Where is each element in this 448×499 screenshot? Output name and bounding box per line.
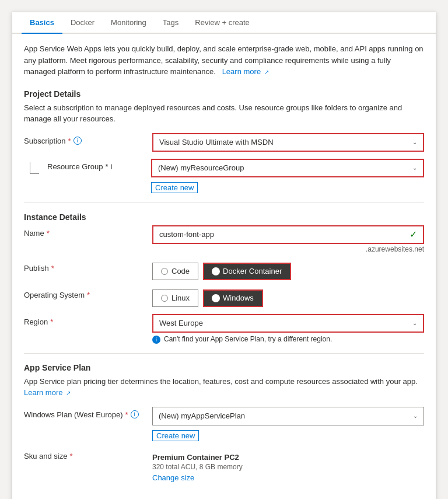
- region-info-text: Can't find your App Service Plan, try a …: [164, 335, 332, 343]
- windows-plan-control: (New) myAppServicePlan ⌄ Create new: [152, 407, 424, 441]
- subscription-control: Visual Studio Ultimate with MSDN ⌄: [152, 133, 424, 152]
- sku-box: Premium Container PC2 320 total ACU, 8 G…: [152, 448, 424, 487]
- tab-bar: Basics Docker Monitoring Tags Review + c…: [12, 12, 436, 34]
- os-linux-label: Linux: [172, 294, 190, 302]
- rg-info-icon[interactable]: i: [110, 162, 112, 171]
- instance-details-section: Instance Details Name * custom-font-app …: [24, 212, 424, 344]
- learn-more-asp-link[interactable]: Learn more ↗: [24, 388, 71, 397]
- app-service-plan-section: App Service Plan App Service plan pricin…: [24, 363, 424, 487]
- publish-code-label: Code: [172, 267, 190, 275]
- os-windows-circle: [212, 295, 219, 302]
- publish-radio-group: Code Docker Container: [152, 260, 424, 280]
- os-radio-group: Linux Windows: [152, 287, 424, 307]
- publish-docker-option[interactable]: Docker Container: [203, 263, 291, 280]
- publish-required: *: [51, 264, 54, 273]
- subscription-row: Subscription * i Visual Studio Ultimate …: [24, 133, 424, 152]
- publish-code-circle: [161, 268, 168, 275]
- resource-group-label: Resource Group * i: [47, 159, 151, 171]
- os-linux-option[interactable]: Linux: [152, 289, 198, 307]
- subscription-info-icon[interactable]: i: [74, 137, 82, 145]
- sku-row: Sku and size * Premium Container PC2 320…: [24, 448, 424, 487]
- subscription-label: Subscription * i: [24, 133, 152, 145]
- tab-monitoring[interactable]: Monitoring: [103, 12, 155, 34]
- main-content: App Service Web Apps lets you quickly bu…: [12, 34, 436, 499]
- wp-required: *: [125, 410, 128, 419]
- sku-details: 320 total ACU, 8 GB memory: [152, 463, 424, 471]
- name-label: Name *: [24, 225, 152, 238]
- project-details-section: Project Details Select a subscription to…: [24, 89, 424, 193]
- sku-label: Sku and size *: [24, 448, 152, 460]
- resource-indent: [24, 159, 47, 174]
- name-check-icon: ✓: [410, 229, 417, 240]
- region-required: *: [50, 317, 53, 326]
- asp-title: App Service Plan: [24, 363, 424, 372]
- os-control: Linux Windows: [152, 287, 424, 307]
- app-create-window: Basics Docker Monitoring Tags Review + c…: [12, 12, 436, 499]
- create-new-rg-link[interactable]: Create new: [151, 182, 198, 193]
- publish-docker-circle: [212, 268, 219, 275]
- region-chevron-icon: ⌄: [412, 320, 417, 326]
- learn-more-link-top[interactable]: Learn more ↗: [220, 67, 269, 76]
- rg-required: *: [105, 162, 108, 171]
- os-required: *: [87, 291, 90, 299]
- name-required: *: [47, 229, 50, 238]
- sku-required: *: [69, 452, 72, 460]
- rg-chevron-icon: ⌄: [412, 165, 417, 171]
- asp-desc: App Service plan pricing tier determines…: [24, 376, 424, 399]
- region-info-bubble-icon: i: [152, 336, 160, 344]
- os-label: Operating System *: [24, 287, 152, 299]
- tab-tags[interactable]: Tags: [155, 12, 187, 34]
- instance-details-title: Instance Details: [24, 212, 424, 222]
- sku-name: Premium Container PC2: [152, 453, 424, 462]
- os-windows-option[interactable]: Windows: [203, 289, 263, 307]
- name-input[interactable]: custom-font-app ✓: [152, 225, 424, 244]
- windows-plan-row: Windows Plan (West Europe) * i (New) myA…: [24, 407, 424, 441]
- tab-basics[interactable]: Basics: [22, 12, 62, 34]
- publish-docker-label: Docker Container: [223, 267, 282, 275]
- create-new-plan-link[interactable]: Create new: [152, 430, 199, 441]
- region-dropdown[interactable]: West Europe ⌄: [152, 314, 424, 333]
- publish-row: Publish * Code Docker Container: [24, 260, 424, 280]
- resource-group-control: (New) myResourceGroup ⌄ Create new: [151, 159, 424, 193]
- external-link-icon-top: ↗: [264, 69, 269, 75]
- region-row: Region * West Europe ⌄ i Can't find your…: [24, 314, 424, 344]
- os-linux-circle: [161, 295, 168, 302]
- wp-info-icon[interactable]: i: [131, 410, 139, 418]
- region-info-message: i Can't find your App Service Plan, try …: [152, 335, 424, 344]
- subscription-chevron-icon: ⌄: [412, 139, 417, 145]
- wp-chevron-icon: ⌄: [413, 413, 418, 419]
- subscription-required: *: [68, 137, 71, 145]
- resource-group-dropdown[interactable]: (New) myResourceGroup ⌄: [151, 159, 424, 177]
- sku-control: Premium Container PC2 320 total ACU, 8 G…: [152, 448, 424, 487]
- project-details-desc: Select a subscription to manage deployed…: [24, 102, 424, 125]
- publish-code-option[interactable]: Code: [152, 263, 198, 280]
- windows-plan-label: Windows Plan (West Europe) * i: [24, 407, 152, 419]
- region-label: Region *: [24, 314, 152, 326]
- windows-plan-dropdown[interactable]: (New) myAppServicePlan ⌄: [152, 407, 424, 425]
- app-description: App Service Web Apps lets you quickly bu…: [24, 43, 424, 78]
- external-link-icon-asp: ↗: [66, 390, 71, 396]
- resource-group-row: Resource Group * i (New) myResourceGroup…: [24, 159, 424, 193]
- publish-label: Publish *: [24, 260, 152, 273]
- region-control: West Europe ⌄ i Can't find your App Serv…: [152, 314, 424, 344]
- os-windows-label: Windows: [223, 294, 254, 302]
- os-row: Operating System * Linux Windows: [24, 287, 424, 307]
- tab-review-create[interactable]: Review + create: [187, 12, 258, 34]
- change-size-link[interactable]: Change size: [152, 473, 194, 482]
- publish-control: Code Docker Container: [152, 260, 424, 280]
- subscription-dropdown[interactable]: Visual Studio Ultimate with MSDN ⌄: [152, 133, 424, 152]
- tab-docker[interactable]: Docker: [62, 12, 103, 34]
- name-row: Name * custom-font-app ✓ .azurewebsites.…: [24, 225, 424, 253]
- name-control: custom-font-app ✓ .azurewebsites.net: [152, 225, 424, 253]
- name-suffix: .azurewebsites.net: [152, 245, 424, 253]
- project-details-title: Project Details: [24, 89, 424, 99]
